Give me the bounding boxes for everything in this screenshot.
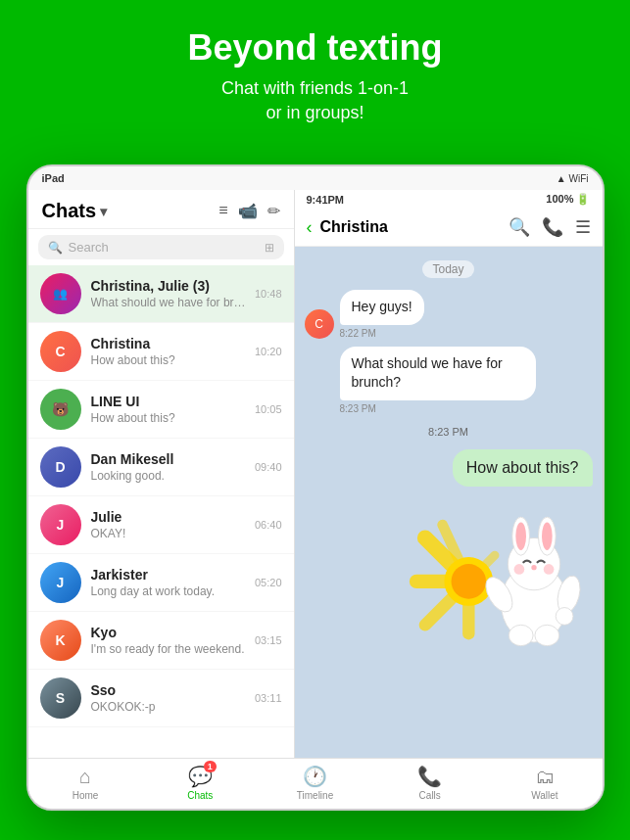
tab-home[interactable]: ⌂ Home — [28, 766, 143, 801]
chat-preview-sso: OKOKOK:-p — [91, 700, 249, 714]
tab-bar: ⌂ Home 💬 1 Chats 🕐 Timeline 📞 Calls 🗂 — [28, 758, 603, 809]
chat-name-jarkister: Jarkister — [91, 567, 249, 583]
video-call-icon[interactable]: 📹 — [238, 202, 258, 220]
chat-item-sso[interactable]: S Sso OKOKOK:-p 03:11 — [28, 670, 294, 727]
chat-time-julie: 06:40 — [255, 519, 282, 531]
timeline-icon: 🕐 — [303, 765, 327, 788]
avatar-julie: J — [40, 504, 81, 545]
ipad-label: iPad — [42, 172, 65, 184]
chat-top-status: 9:41PM 100% 🔋 — [295, 190, 603, 209]
chat-time-display: 9:41PM — [307, 194, 345, 206]
chat-header-left: ‹ Christina — [307, 217, 388, 238]
message-row-sent: How about this? — [305, 449, 593, 487]
chats-panel: Chats ▾ ≡ 📹 ✏ 🔍 Search ⊞ — [28, 190, 295, 803]
avatar-sso: S — [40, 677, 81, 719]
message-row-received-2: What should we have for brunch? 8:23 PM — [305, 347, 593, 414]
chat-time-sso: 03:11 — [255, 692, 282, 704]
chat-messages-area: Today C Hey guys! 8:22 PM What should — [295, 247, 603, 760]
ipad-mockup: iPad ▲ WiFi Chats ▾ ≡ 📹 ✏ — [26, 164, 605, 811]
search-chat-icon[interactable]: 🔍 — [509, 216, 530, 238]
chat-name: Christina, Julie (3) — [91, 278, 249, 294]
svg-point-20 — [534, 625, 558, 645]
chat-item-dan[interactable]: D Dan Mikesell Looking good. 09:40 — [28, 439, 294, 496]
chat-info-line: LINE UI How about this? — [91, 394, 249, 425]
time-label: 8:23 PM — [428, 426, 468, 438]
chat-time-christina: 10:20 — [255, 346, 282, 357]
phone-icon[interactable]: 📞 — [542, 216, 563, 238]
compose-icon[interactable]: ✏ — [267, 202, 280, 220]
chats-icon-wrap: 💬 1 — [188, 765, 213, 788]
menu-icon[interactable]: ☰ — [575, 216, 591, 238]
avatar-group: 👥 — [40, 273, 81, 314]
avatar-christina: C — [40, 331, 81, 372]
tab-wallet[interactable]: 🗂 Wallet — [487, 766, 602, 801]
svg-point-19 — [509, 625, 533, 645]
chat-preview-jarkister: Long day at work today. — [91, 584, 249, 598]
chat-name-line: LINE UI — [91, 394, 249, 409]
app-background: Beyond texting Chat with friends 1-on-1o… — [0, 0, 630, 840]
message-group: Hey guys! 8:22 PM — [340, 290, 424, 339]
chat-info-dan: Dan Mikesell Looking good. — [91, 451, 249, 483]
svg-point-12 — [515, 522, 526, 549]
chat-preview-dan: Looking good. — [91, 469, 249, 483]
message-group-2: What should we have for brunch? 8:23 PM — [340, 347, 536, 414]
sticker-image — [407, 494, 583, 651]
header-title: Beyond texting — [39, 27, 591, 69]
chats-label: Chats — [187, 790, 213, 801]
chat-list: 👥 Christina, Julie (3) What should we ha… — [28, 265, 294, 803]
tab-chats[interactable]: 💬 1 Chats — [143, 765, 258, 801]
chat-panel: 9:41PM 100% 🔋 ‹ Christina 🔍 📞 ☰ — [295, 190, 603, 803]
message-bubble-1: Hey guys! — [340, 290, 424, 325]
wallet-icon: 🗂 — [535, 766, 555, 788]
tab-timeline[interactable]: 🕐 Timeline — [258, 765, 372, 801]
chat-name-sso: Sso — [91, 682, 249, 698]
chat-contact-name: Christina — [320, 218, 388, 236]
chats-badge: 1 — [204, 761, 217, 772]
sent-message-group: How about this? — [453, 449, 593, 487]
chat-preview: What should we have for brunch? — [91, 296, 249, 309]
wifi-icon: ▲ WiFi — [557, 173, 589, 184]
chat-preview-kyo: I'm so ready for the weekend. — [91, 642, 249, 656]
avatar-line: 🐻 — [40, 389, 81, 430]
search-bar[interactable]: 🔍 Search ⊞ — [38, 235, 284, 259]
svg-point-14 — [513, 564, 524, 575]
chat-preview-julie: OKAY! — [91, 527, 249, 540]
chats-header: Chats ▾ ≡ 📹 ✏ — [28, 190, 294, 229]
chat-info-sso: Sso OKOKOK:-p — [91, 682, 249, 714]
chat-item-kyo[interactable]: K Kyo I'm so ready for the weekend. 03:1… — [28, 612, 294, 670]
chat-item-jarkister[interactable]: J Jarkister Long day at work today. 05:2… — [28, 554, 294, 612]
chat-item-group[interactable]: 👥 Christina, Julie (3) What should we ha… — [28, 265, 294, 323]
calls-label: Calls — [419, 790, 441, 801]
home-icon: ⌂ — [79, 766, 91, 788]
svg-point-15 — [543, 564, 554, 575]
tab-calls[interactable]: 📞 Calls — [372, 765, 487, 801]
chat-item-julie[interactable]: J Julie OKAY! 06:40 — [28, 496, 294, 554]
chat-time-jarkister: 05:20 — [255, 577, 282, 588]
svg-point-21 — [556, 607, 573, 625]
chat-item-christina[interactable]: C Christina How about this? 10:20 — [28, 323, 294, 381]
message-bubble-2: What should we have for brunch? — [340, 347, 536, 400]
dropdown-chevron[interactable]: ▾ — [100, 204, 107, 219]
back-button[interactable]: ‹ — [307, 217, 313, 238]
svg-point-13 — [542, 522, 553, 549]
search-icon: 🔍 — [48, 241, 63, 255]
battery-display: 100% 🔋 — [546, 193, 590, 206]
chat-name-dan: Dan Mikesell — [91, 451, 249, 467]
ipad-status-bar: iPad ▲ WiFi — [28, 166, 603, 190]
chat-item-line[interactable]: 🐻 LINE UI How about this? 10:05 — [28, 381, 294, 439]
message-row-received-1: C Hey guys! 8:22 PM — [305, 290, 593, 339]
search-filter-icon[interactable]: ⊞ — [265, 241, 274, 255]
filter-icon[interactable]: ≡ — [218, 202, 227, 220]
date-label: Today — [422, 260, 473, 278]
svg-point-16 — [531, 565, 536, 570]
chat-time-dan: 09:40 — [255, 461, 282, 473]
message-time-1: 8:22 PM — [340, 328, 424, 339]
chat-info-julie: Julie OKAY! — [91, 509, 249, 540]
chat-name-julie: Julie — [91, 509, 249, 525]
chat-time-kyo: 03:15 — [255, 634, 282, 646]
chat-time: 10:48 — [255, 288, 282, 300]
chats-icons: ≡ 📹 ✏ — [218, 202, 279, 220]
header-subtitle: Chat with friends 1-on-1or in groups! — [39, 76, 591, 125]
chat-name-kyo: Kyo — [91, 625, 249, 640]
sender-avatar: C — [305, 309, 334, 339]
